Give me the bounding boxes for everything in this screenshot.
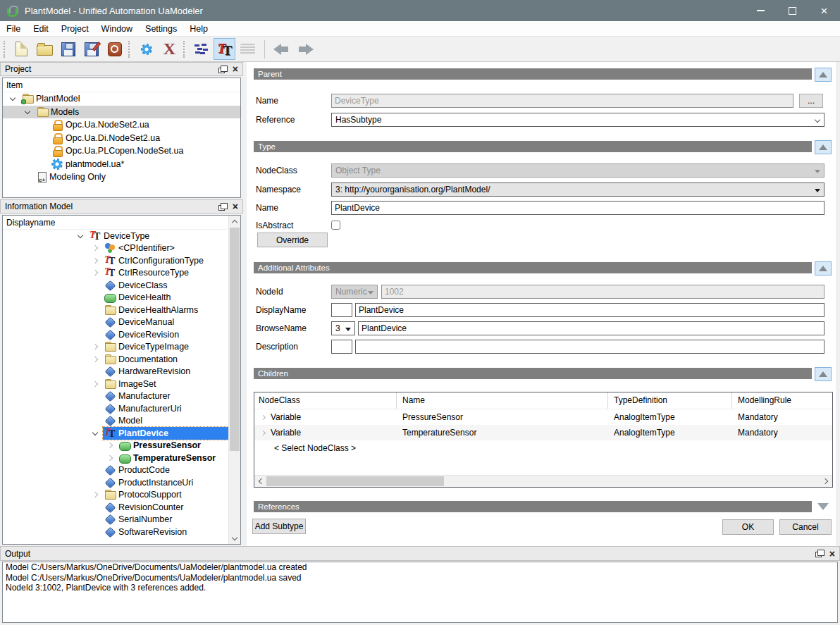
chevron-right-icon[interactable] [106, 443, 114, 447]
forward-button[interactable] [294, 38, 316, 60]
column-header-modellingrule[interactable]: ModellingRule [732, 392, 832, 409]
add-subtype-button[interactable]: Add Subtype [252, 519, 306, 534]
description-field[interactable] [355, 340, 824, 354]
list-view-button[interactable] [237, 38, 259, 60]
chevron-right-icon[interactable] [91, 493, 99, 497]
type-editor-button[interactable] [214, 38, 235, 60]
collapse-children-button[interactable] [815, 367, 832, 381]
chevron-right-icon[interactable] [91, 271, 99, 275]
tree-item-cpidentifier[interactable]: <CPIdentifier> [3, 242, 228, 255]
menu-edit[interactable]: Edit [27, 21, 55, 37]
select-nodeclass-row[interactable]: < Select NodeClass > [254, 440, 832, 456]
chevron-right-icon[interactable] [91, 382, 99, 386]
open-button[interactable] [34, 38, 56, 60]
scrollbar-thumb[interactable] [266, 476, 444, 486]
tree-item-modeling-only[interactable]: Modeling Only [3, 171, 240, 184]
tree-item-opc-ua-nodeset2-ua[interactable]: Opc.Ua.NodeSet2.ua [3, 118, 240, 132]
close-panel-icon[interactable]: × [233, 202, 238, 211]
tree-item-plantdevice[interactable]: PlantDevice [3, 427, 228, 440]
description-locale-field[interactable] [331, 340, 352, 354]
tree-item-productinstanceuri[interactable]: ProductInstanceUri [3, 476, 228, 489]
chevron-down-icon[interactable] [23, 111, 32, 113]
column-header-typedefinition[interactable]: TypeDefinition [608, 392, 732, 409]
scroll-right-button[interactable] [820, 476, 832, 487]
tree-item-imageset[interactable]: ImageSet [3, 378, 228, 390]
tree-item-models[interactable]: Models [3, 106, 240, 119]
back-button[interactable] [271, 38, 292, 60]
chevron-right-icon[interactable] [261, 414, 266, 419]
tree-item-devicemanual[interactable]: DeviceManual [3, 316, 228, 329]
float-panel-icon[interactable] [815, 552, 822, 557]
tree-item-devicetypeimage[interactable]: DeviceTypeImage [3, 341, 228, 354]
tree-item-manufacturer[interactable]: Manufacturer [3, 390, 228, 403]
tree-item-temperaturesensor[interactable]: TemperatureSensor [3, 452, 228, 464]
tree-item-devicetype[interactable]: DeviceType [3, 230, 228, 242]
float-panel-icon[interactable] [218, 68, 225, 73]
menu-project[interactable]: Project [55, 21, 95, 37]
chevron-down-icon[interactable] [76, 235, 85, 237]
new-file-button[interactable] [11, 38, 32, 60]
displayname-field[interactable] [355, 303, 824, 317]
maximize-button[interactable] [777, 0, 808, 21]
menu-settings[interactable]: Settings [139, 21, 183, 37]
column-header-nodeclass[interactable]: NodeClass [254, 392, 397, 409]
exit-button[interactable] [104, 38, 125, 60]
tree-item-serialnumber[interactable]: SerialNumber [3, 514, 228, 526]
scroll-left-button[interactable] [254, 476, 266, 487]
delete-button[interactable]: X [159, 38, 180, 60]
chevron-right-icon[interactable] [91, 345, 99, 349]
tree-item-devicehealth[interactable]: DeviceHealth [3, 292, 228, 304]
chevron-right-icon[interactable] [91, 357, 99, 361]
reference-combo[interactable]: HasSubtype [331, 113, 824, 127]
tree-item-devicehealthalarms[interactable]: DeviceHealthAlarms [3, 304, 228, 316]
tree-item-documentation[interactable]: Documentation [3, 353, 228, 366]
tree-item-pressuresensor[interactable]: PressureSensor [3, 440, 228, 452]
override-button[interactable]: Override [257, 233, 328, 247]
browsename-field[interactable] [358, 321, 824, 335]
save-as-button[interactable] [80, 38, 102, 60]
close-panel-icon[interactable]: × [233, 64, 238, 74]
tree-item-opc-ua-di-nodeset2-ua[interactable]: Opc.Ua.Di.NodeSet2.ua [3, 132, 240, 145]
save-button[interactable] [57, 38, 79, 60]
chevron-right-icon[interactable] [261, 430, 266, 435]
ok-button[interactable]: OK [722, 519, 774, 535]
chevron-down-icon[interactable] [91, 432, 99, 435]
tree-item-plantmodel-ua[interactable]: plantmodel.ua* [3, 158, 240, 171]
collapse-type-button[interactable] [815, 140, 832, 154]
close-button[interactable]: × [808, 0, 840, 21]
tree-item-deviceclass[interactable]: DeviceClass [3, 279, 228, 292]
tree-item-ctrlconfigurationtype[interactable]: CtrlConfigurationType [3, 254, 228, 267]
node-graph-button[interactable] [190, 38, 212, 60]
scroll-down-button[interactable] [229, 532, 240, 544]
cancel-button[interactable]: Cancel [779, 519, 832, 535]
float-panel-icon[interactable] [218, 205, 225, 211]
collapse-additional-button[interactable] [815, 261, 832, 276]
tree-item-protocolsupport[interactable]: ProtocolSupport [3, 489, 228, 502]
browsename-namespace-combo[interactable]: 3 [331, 321, 355, 335]
tree-item-opc-ua-plcopen-nodeset-ua[interactable]: Opc.Ua.PLCopen.NodeSet.ua [3, 144, 240, 158]
menu-file[interactable]: File [0, 21, 27, 37]
children-table-row[interactable]: VariablePressureSensorAnalogItemTypeMand… [254, 409, 832, 425]
tree-item-ctrlresourcetype[interactable]: CtrlResourceType [3, 267, 228, 280]
chevron-right-icon[interactable] [106, 456, 114, 460]
expand-references-button[interactable] [817, 503, 829, 510]
collapse-parent-button[interactable] [815, 68, 832, 82]
chevron-down-icon[interactable] [8, 97, 17, 100]
tree-item-manufactureruri[interactable]: ManufacturerUri [3, 402, 228, 415]
isabstract-checkbox[interactable] [331, 221, 340, 230]
type-name-field[interactable] [331, 201, 824, 215]
children-table-row[interactable]: VariableTemperatureSensorAnalogItemTypeM… [254, 425, 832, 440]
scrollbar-thumb[interactable] [230, 228, 240, 451]
tree-item-productcode[interactable]: ProductCode [3, 464, 228, 477]
chevron-right-icon[interactable] [91, 259, 99, 263]
tree-item-model[interactable]: Model [3, 415, 228, 428]
namespace-combo[interactable]: 3: http://yourorganisation.org/PlantMode… [331, 182, 824, 197]
tree-item-revisioncounter[interactable]: RevisionCounter [3, 501, 228, 514]
displayname-locale-field[interactable] [331, 303, 352, 317]
column-header-name[interactable]: Name [397, 392, 608, 409]
settings-gear-button[interactable] [135, 38, 157, 60]
chevron-right-icon[interactable] [91, 246, 99, 250]
vertical-scrollbar[interactable] [228, 216, 240, 544]
tree-item-devicerevision[interactable]: DeviceRevision [3, 328, 228, 341]
tree-item-softwarerevision[interactable]: SoftwareRevision [3, 526, 228, 538]
